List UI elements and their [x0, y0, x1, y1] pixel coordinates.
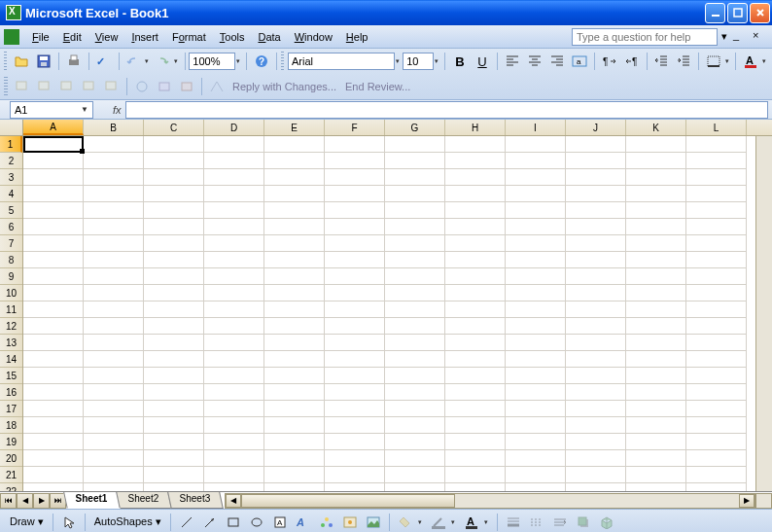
cell[interactable] [84, 235, 144, 252]
open-button[interactable] [11, 51, 32, 72]
sheet-tab-3[interactable]: Sheet3 [167, 492, 223, 509]
ltr-button[interactable]: ¶ [599, 51, 620, 72]
fill-color-button[interactable] [395, 512, 416, 533]
clipart-button[interactable] [339, 512, 361, 533]
autoshapes-menu[interactable]: AutoShapes ▾ [90, 515, 165, 528]
cell[interactable] [445, 401, 506, 417]
cell[interactable] [84, 252, 144, 268]
col-header-c[interactable]: C [144, 120, 204, 135]
cell[interactable] [325, 169, 385, 186]
cell[interactable] [325, 417, 385, 434]
cell[interactable] [445, 417, 506, 434]
indent-increase-button[interactable] [673, 51, 694, 72]
cell[interactable] [204, 467, 264, 483]
cell[interactable] [23, 335, 84, 351]
oval-button[interactable] [246, 512, 267, 533]
menu-view[interactable]: View [88, 29, 125, 45]
cell[interactable] [325, 434, 385, 450]
cell[interactable] [566, 285, 626, 301]
toolbar-grip-3[interactable] [4, 77, 8, 96]
cell[interactable] [264, 351, 325, 368]
cell[interactable] [325, 384, 385, 401]
cell[interactable] [686, 202, 747, 219]
redo-dropdown[interactable]: ▾ [174, 57, 180, 65]
cell[interactable] [264, 483, 325, 491]
cell[interactable] [626, 318, 686, 335]
cell[interactable] [385, 318, 445, 335]
borders-dropdown[interactable]: ▾ [725, 57, 731, 65]
row-header-16[interactable]: 16 [0, 384, 22, 401]
col-header-a[interactable]: A [23, 120, 84, 135]
cell[interactable] [686, 301, 747, 318]
sheet-tab-1[interactable]: Sheet1 [63, 492, 120, 509]
cell[interactable] [686, 186, 747, 202]
cell[interactable] [506, 252, 566, 268]
row-header-1[interactable]: 1 [0, 136, 22, 153]
cell[interactable] [506, 417, 566, 434]
cell[interactable] [264, 450, 325, 467]
cell[interactable] [144, 401, 204, 417]
cell[interactable] [626, 483, 686, 491]
fx-label[interactable]: fx [113, 104, 122, 116]
row-header-9[interactable]: 9 [0, 268, 22, 285]
menu-edit[interactable]: Edit [56, 29, 88, 45]
cell[interactable] [506, 186, 566, 202]
row-header-6[interactable]: 6 [0, 219, 22, 235]
spelling-button[interactable]: ✓ [93, 51, 115, 72]
cell[interactable] [264, 285, 325, 301]
cell[interactable] [84, 467, 144, 483]
cell[interactable] [506, 268, 566, 285]
col-header-f[interactable]: F [325, 120, 385, 135]
cell[interactable] [506, 301, 566, 318]
cell[interactable] [686, 169, 747, 186]
cell[interactable] [686, 335, 747, 351]
cell[interactable] [506, 136, 566, 153]
row-header-12[interactable]: 12 [0, 318, 22, 335]
textbox-button[interactable]: A [269, 512, 291, 533]
cell[interactable] [686, 483, 747, 491]
cell[interactable] [144, 153, 204, 169]
cell[interactable] [385, 483, 445, 491]
cell[interactable] [626, 384, 686, 401]
cell[interactable] [566, 268, 626, 285]
cell[interactable] [84, 335, 144, 351]
review-btn-8[interactable] [176, 76, 197, 97]
cell[interactable] [626, 417, 686, 434]
cell[interactable] [566, 219, 626, 235]
col-header-g[interactable]: G [385, 120, 445, 135]
cell[interactable] [566, 384, 626, 401]
wordart-button[interactable]: A [293, 512, 314, 533]
cell[interactable] [686, 235, 747, 252]
cell[interactable] [626, 219, 686, 235]
row-header-14[interactable]: 14 [0, 351, 22, 368]
cell[interactable] [325, 136, 385, 153]
cell[interactable] [264, 301, 325, 318]
cell[interactable] [385, 384, 445, 401]
menu-help[interactable]: Help [339, 29, 375, 45]
cell[interactable] [144, 434, 204, 450]
cell[interactable] [686, 136, 747, 153]
cell[interactable] [385, 285, 445, 301]
cell[interactable] [506, 235, 566, 252]
cell[interactable] [23, 268, 84, 285]
cell[interactable] [325, 351, 385, 368]
cell[interactable] [445, 202, 506, 219]
font-color-draw-dropdown[interactable]: ▾ [484, 518, 492, 526]
help-search-input[interactable] [572, 28, 718, 46]
review-btn-7[interactable] [154, 76, 175, 97]
cell[interactable] [445, 169, 506, 186]
cell[interactable] [23, 401, 84, 417]
cell[interactable] [264, 252, 325, 268]
cell[interactable] [506, 285, 566, 301]
end-review-button[interactable]: End Review... [341, 81, 414, 92]
cell[interactable] [686, 219, 747, 235]
cell[interactable] [626, 268, 686, 285]
cell[interactable] [385, 186, 445, 202]
cell[interactable] [626, 434, 686, 450]
col-header-e[interactable]: E [264, 120, 325, 135]
cell[interactable] [385, 450, 445, 467]
cell[interactable] [566, 417, 626, 434]
cell[interactable] [506, 153, 566, 169]
cell[interactable] [385, 268, 445, 285]
cell[interactable] [325, 285, 385, 301]
